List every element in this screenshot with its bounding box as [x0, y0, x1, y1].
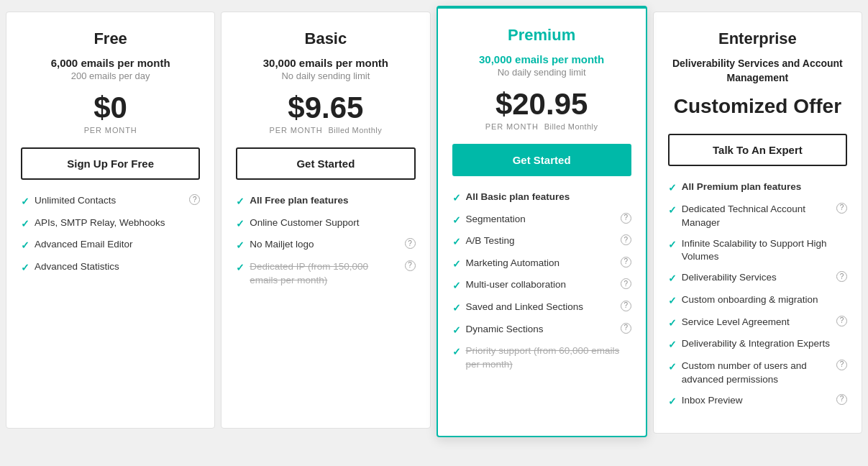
- feature-list-basic: ✓ All Free plan features ✓ Online Custom…: [236, 194, 415, 288]
- check-icon: ✓: [21, 239, 29, 253]
- feature-item-free-2: ✓ Advanced Email Editor: [21, 238, 200, 253]
- help-icon[interactable]: ?: [621, 234, 631, 245]
- emails-per-month-basic: 30,000 emails per month: [236, 57, 415, 69]
- feature-item-premium-3: ✓ Marketing Automation ?: [452, 257, 631, 272]
- feature-item-enterprise-2: ✓ Infinite Scalability to Support High V…: [668, 237, 847, 265]
- feature-item-free-0: ✓ Unlimited Contacts ?: [21, 194, 200, 209]
- feature-text: Custom number of users and advanced perm…: [682, 360, 829, 387]
- help-icon[interactable]: ?: [836, 394, 847, 405]
- plan-name-enterprise: Enterprise: [668, 29, 847, 48]
- feature-item-enterprise-4: ✓ Custom onboarding & migration: [668, 293, 847, 309]
- help-icon[interactable]: ?: [836, 203, 847, 214]
- per-month-label-free: PER MONTH: [84, 126, 137, 134]
- cta-button-basic[interactable]: Get Started: [236, 147, 415, 180]
- feature-text: A/B Testing: [466, 234, 613, 248]
- cta-button-premium[interactable]: Get Started: [452, 144, 631, 176]
- check-icon: ✓: [452, 191, 461, 206]
- help-icon[interactable]: ?: [405, 238, 416, 249]
- daily-limit-premium: No daily sending limit: [452, 67, 631, 78]
- check-icon: ✓: [668, 395, 677, 409]
- feature-item-premium-6: ✓ Dynamic Sections ?: [452, 323, 631, 338]
- check-icon: ✓: [21, 195, 29, 209]
- cta-button-free[interactable]: Sign Up For Free: [21, 147, 200, 180]
- help-icon[interactable]: ?: [836, 360, 847, 370]
- help-icon[interactable]: ?: [621, 257, 631, 268]
- check-icon: ✓: [452, 301, 461, 316]
- feature-item-free-3: ✓ Advanced Statistics: [21, 260, 200, 275]
- feature-item-enterprise-6: ✓ Deliverability & Integration Experts: [668, 337, 847, 352]
- feature-item-enterprise-3: ✓ Deliverability Services ?: [668, 271, 847, 286]
- check-icon: ✓: [452, 279, 461, 293]
- feature-item-enterprise-5: ✓ Service Level Agreement ?: [668, 316, 847, 331]
- feature-item-enterprise-8: ✓ Inbox Preview ?: [668, 394, 847, 409]
- feature-text: Advanced Email Editor: [35, 238, 200, 252]
- feature-text: All Free plan features: [250, 194, 415, 208]
- feature-list-premium: ✓ All Basic plan features ✓ Segmentation…: [452, 191, 631, 372]
- feature-list-enterprise: ✓ All Premium plan features ✓ Dedicated …: [668, 181, 847, 408]
- check-icon: ✓: [668, 360, 677, 375]
- check-icon: ✓: [668, 238, 677, 252]
- help-icon[interactable]: ?: [836, 271, 847, 282]
- help-icon[interactable]: ?: [621, 278, 631, 289]
- check-icon: ✓: [452, 235, 461, 250]
- price-basic: $9.65: [288, 93, 363, 123]
- feature-item-basic-0: ✓ All Free plan features: [236, 194, 415, 209]
- feature-item-premium-2: ✓ A/B Testing ?: [452, 234, 631, 250]
- check-icon: ✓: [452, 257, 461, 272]
- check-icon: ✓: [236, 217, 245, 232]
- enterprise-offer: Customized Offer: [668, 95, 847, 118]
- billed-label-premium: Billed Monthly: [544, 122, 598, 131]
- feature-text: Deliverability Services: [682, 271, 829, 285]
- help-icon[interactable]: ?: [621, 213, 631, 224]
- help-icon[interactable]: ?: [189, 194, 200, 205]
- check-icon: ✓: [668, 294, 677, 309]
- price-free: $0: [93, 93, 127, 123]
- feature-item-premium-0: ✓ All Basic plan features: [452, 191, 631, 206]
- feature-text: Dedicated Technical Account Manager: [682, 203, 829, 230]
- plan-card-enterprise: EnterpriseDeliverability Services and Ac…: [653, 12, 862, 434]
- feature-text: Saved and Linked Sections: [466, 301, 613, 314]
- price-premium: $20.95: [495, 89, 588, 119]
- per-month-label-premium: PER MONTH: [485, 122, 539, 131]
- check-icon: ✓: [668, 204, 677, 218]
- feature-item-premium-1: ✓ Segmentation ?: [452, 213, 631, 228]
- check-icon: ✓: [236, 195, 245, 209]
- help-icon[interactable]: ?: [405, 260, 416, 271]
- feature-item-premium-4: ✓ Multi-user collaboration ?: [452, 278, 631, 293]
- check-icon: ✓: [452, 214, 461, 228]
- billed-label-basic: Billed Monthly: [329, 126, 383, 134]
- feature-text: Unlimited Contacts: [35, 194, 182, 208]
- check-icon: ✓: [668, 316, 677, 331]
- daily-limit-free: 200 emails per day: [21, 70, 200, 81]
- feature-text: Deliverability & Integration Experts: [682, 337, 847, 351]
- feature-text: Advanced Statistics: [35, 260, 200, 274]
- feature-item-enterprise-7: ✓ Custom number of users and advanced pe…: [668, 360, 847, 387]
- check-icon: ✓: [452, 345, 461, 360]
- check-icon: ✓: [236, 239, 245, 253]
- plan-card-free: Free6,000 emails per month200 emails per…: [6, 12, 215, 429]
- feature-text: Multi-user collaboration: [466, 278, 613, 292]
- help-icon[interactable]: ?: [621, 301, 631, 311]
- feature-text: Marketing Automation: [466, 257, 613, 270]
- plan-name-basic: Basic: [236, 29, 415, 48]
- plan-card-basic: Basic30,000 emails per monthNo daily sen…: [221, 12, 430, 429]
- feature-text: No Mailjet logo: [250, 238, 397, 252]
- feature-text: Online Customer Support: [250, 216, 415, 230]
- emails-per-month-premium: 30,000 emails per month: [452, 53, 631, 65]
- feature-item-free-1: ✓ APIs, SMTP Relay, Webhooks: [21, 216, 200, 232]
- help-icon[interactable]: ?: [836, 316, 847, 326]
- feature-text: Dynamic Sections: [466, 323, 613, 337]
- feature-text: APIs, SMTP Relay, Webhooks: [35, 216, 200, 230]
- feature-item-premium-7: ✓ Priority support (from 60,000 emails p…: [452, 344, 631, 372]
- feature-text: Inbox Preview: [682, 394, 829, 408]
- check-icon: ✓: [668, 181, 677, 196]
- feature-item-premium-5: ✓ Saved and Linked Sections ?: [452, 301, 631, 316]
- feature-text: Segmentation: [466, 213, 613, 227]
- feature-item-enterprise-1: ✓ Dedicated Technical Account Manager ?: [668, 203, 847, 230]
- help-icon[interactable]: ?: [621, 323, 631, 334]
- pricing-container: Free6,000 emails per month200 emails per…: [6, 12, 862, 437]
- cta-button-enterprise[interactable]: Talk To An Expert: [668, 134, 847, 166]
- emails-per-month-free: 6,000 emails per month: [21, 57, 200, 69]
- feature-list-free: ✓ Unlimited Contacts ? ✓ APIs, SMTP Rela…: [21, 194, 200, 275]
- feature-text: Service Level Agreement: [682, 316, 829, 329]
